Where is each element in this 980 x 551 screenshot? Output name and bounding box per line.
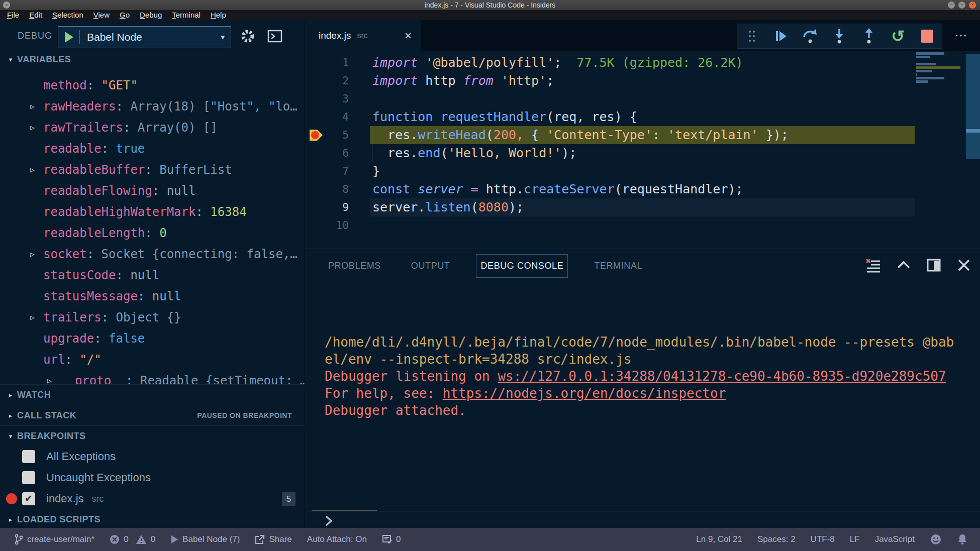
expand-arrow-icon[interactable]: ▷ — [30, 165, 43, 174]
minimize-button[interactable]: – — [948, 2, 955, 9]
code-line[interactable]: 10 — [306, 216, 915, 235]
start-debug-icon[interactable] — [65, 32, 73, 43]
menu-item[interactable]: Terminal — [167, 10, 206, 20]
menu-item[interactable]: Edit — [24, 10, 47, 20]
variable-row[interactable]: ▷readableHighWaterMark: 16384 — [0, 201, 305, 223]
breakpoint-gutter[interactable] — [306, 126, 331, 144]
eol-item[interactable]: LF — [850, 534, 860, 544]
variable-row[interactable]: ▷rawTrailers: Array(0) [] — [0, 117, 305, 138]
watch-section-header[interactable]: ▸ WATCH — [0, 384, 305, 405]
auto-attach-item[interactable]: Auto Attach: On — [307, 534, 367, 544]
code-line[interactable]: 1 import '@babel/polyfill'; 77.5K (gzipp… — [306, 54, 915, 72]
breakpoint-checkbox[interactable] — [22, 450, 35, 463]
menu-item[interactable]: View — [88, 10, 115, 20]
expand-arrow-icon[interactable]: ▷ — [30, 250, 43, 259]
variable-row[interactable]: ▷statusMessage: null — [0, 286, 305, 307]
code-editor[interactable]: 1 import '@babel/polyfill'; 77.5K (gzipp… — [306, 51, 980, 249]
code-line[interactable]: 5 res.writeHead(200, { 'Content-Type': '… — [306, 126, 915, 144]
continue-button[interactable] — [772, 28, 790, 45]
breakpoint-gutter[interactable] — [306, 144, 331, 162]
editor-scrollbar[interactable] — [966, 54, 980, 159]
code-line[interactable]: 4 function requestHandler(req, res) { — [306, 108, 915, 126]
variables-section-header[interactable]: ▾ VARIABLES — [0, 49, 305, 69]
expand-arrow-icon[interactable]: ▷ — [30, 313, 43, 322]
variable-row[interactable]: ▷readableLength: 0 — [0, 223, 305, 244]
menu-item[interactable]: Debug — [135, 10, 167, 20]
panel-tab[interactable]: DEBUG CONSOLE — [476, 254, 568, 278]
debug-run-item[interactable]: Babel Node (7) — [170, 534, 240, 544]
variable-row[interactable]: ▷method: "GET" — [0, 75, 305, 96]
menu-item[interactable]: Help — [206, 10, 231, 20]
breakpoint-checkbox[interactable] — [22, 471, 35, 484]
more-actions-icon[interactable]: ⋯ — [949, 24, 974, 49]
expand-arrow-icon[interactable]: ▷ — [47, 376, 60, 384]
variable-row[interactable]: ▷readableFlowing: null — [0, 180, 305, 201]
maximize-panel-chevron-icon[interactable] — [896, 257, 912, 273]
code-line[interactable]: 3 — [306, 90, 915, 108]
variable-row[interactable]: ▷readable: true — [0, 138, 305, 159]
step-over-button[interactable] — [802, 28, 819, 45]
expand-arrow-icon[interactable]: ▷ — [30, 123, 43, 132]
breakpoint-gutter[interactable] — [306, 72, 331, 90]
step-into-button[interactable] — [831, 28, 848, 45]
step-out-button[interactable] — [860, 28, 877, 45]
loaded-scripts-section-header[interactable]: ▸ LOADED SCRIPTS — [0, 509, 305, 529]
variable-row[interactable]: ▷readableBuffer: BufferList — [0, 159, 305, 180]
language-mode-item[interactable]: JavaScript — [875, 534, 915, 544]
breakpoint-checkbox[interactable] — [22, 492, 35, 505]
panel-tab[interactable]: OUTPUT — [407, 255, 454, 277]
code-line[interactable]: 7 } — [306, 162, 915, 180]
variable-row[interactable]: ▷trailers: Object {} — [0, 307, 305, 328]
code-line[interactable]: 8 const server = http.createServer(reque… — [306, 180, 915, 198]
breakpoint-gutter[interactable] — [306, 108, 331, 126]
launch-configuration-dropdown[interactable]: Babel Node ▾ — [58, 26, 231, 48]
code-line[interactable]: 9 server.listen(8080); — [306, 198, 915, 216]
console-link[interactable]: ws://127.0.0.1:34288/04131278-ce90-4b60-… — [498, 369, 946, 384]
feedback-item[interactable]: 0 — [382, 534, 401, 544]
toolbar-drag-grip[interactable] — [743, 28, 760, 45]
variable-row[interactable]: ▷socket: Socket {connecting: false,… — [0, 244, 305, 265]
close-button[interactable]: × — [969, 2, 976, 9]
git-branch-item[interactable]: create-user/main* — [14, 534, 94, 545]
variable-row[interactable]: ▷statusCode: null — [0, 265, 305, 286]
breakpoint-gutter[interactable] — [306, 90, 331, 108]
panel-tab[interactable]: PROBLEMS — [324, 255, 385, 277]
restart-button[interactable]: ↺ — [890, 28, 907, 45]
variable-row[interactable]: ▷upgrade: false — [0, 328, 305, 349]
code-line[interactable]: 6 res.end('Hello, World!'); — [306, 144, 915, 162]
menu-item[interactable]: Go — [115, 10, 135, 20]
variable-row[interactable]: ▷rawHeaders: Array(18) ["Host", "lo… — [0, 96, 305, 117]
breakpoint-row[interactable]: index.js src 5 — [0, 488, 305, 509]
breakpoint-gutter[interactable] — [306, 216, 331, 235]
minimap[interactable] — [916, 52, 961, 87]
feedback-smiley-icon[interactable] — [930, 533, 942, 545]
expand-arrow-icon[interactable]: ▷ — [30, 102, 43, 111]
breakpoint-gutter[interactable] — [306, 162, 331, 180]
stop-button[interactable] — [919, 28, 936, 45]
breakpoints-section-header[interactable]: ▾ BREAKPOINTS — [0, 425, 305, 446]
breakpoint-gutter[interactable] — [306, 198, 331, 216]
call-stack-section-header[interactable]: ▸ CALL STACK PAUSED ON BREAKPOINT — [0, 405, 305, 425]
open-debug-console-icon[interactable] — [267, 28, 283, 46]
clear-console-icon[interactable] — [865, 257, 881, 273]
breakpoint-gutter[interactable] — [306, 54, 331, 72]
code-line[interactable]: 2 import http from 'http'; — [306, 72, 915, 90]
notifications-bell-icon[interactable] — [957, 533, 968, 545]
menu-item[interactable]: Selection — [47, 10, 88, 20]
share-item[interactable]: Share — [255, 534, 291, 544]
tab-indexjs[interactable]: index.js src × — [306, 20, 421, 51]
variable-row[interactable]: ▷__proto__: Readable {setTimeout: … — [0, 370, 305, 384]
indentation-item[interactable]: Spaces: 2 — [757, 534, 796, 544]
breakpoint-row[interactable]: Uncaught Exceptions — [0, 467, 305, 488]
encoding-item[interactable]: UTF-8 — [811, 534, 835, 544]
panel-tab[interactable]: TERMINAL — [590, 255, 646, 277]
cursor-position-item[interactable]: Ln 9, Col 21 — [696, 534, 742, 544]
console-link[interactable]: https://nodejs.org/en/docs/inspector — [443, 386, 726, 401]
close-panel-icon[interactable] — [956, 257, 972, 273]
menu-item[interactable]: File — [2, 10, 24, 20]
tab-close-icon[interactable]: × — [405, 30, 412, 42]
split-panel-icon[interactable] — [926, 257, 942, 273]
configure-gear-icon[interactable] — [240, 28, 256, 46]
debug-console-input[interactable] — [306, 511, 980, 528]
problems-item[interactable]: 0 0 — [110, 534, 155, 544]
